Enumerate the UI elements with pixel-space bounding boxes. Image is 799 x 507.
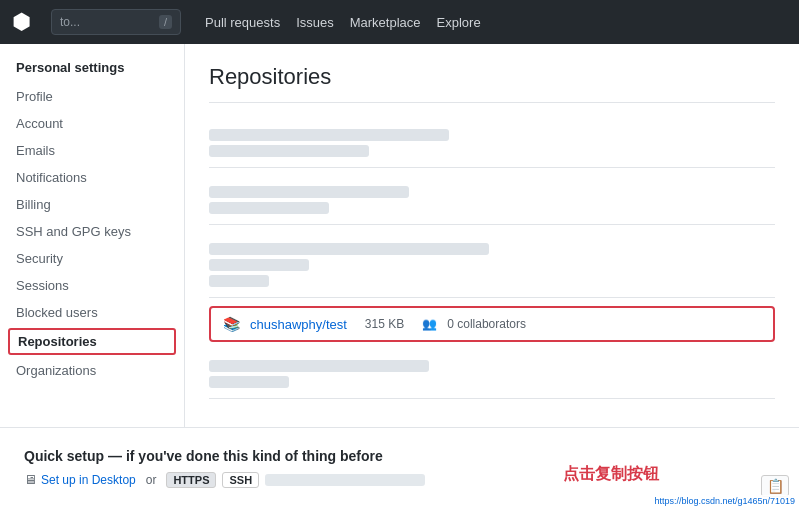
sidebar-title: Personal settings [0,60,184,83]
repo-row-blurred-1 [209,119,775,168]
repo-row-blurred-3 [209,233,775,298]
sidebar-item-emails[interactable]: Emails [0,137,184,164]
collaborators-count: 0 collaborators [447,317,526,331]
quick-setup-row: 🖥 Set up in Desktop or HTTPS SSH [24,472,425,488]
https-button[interactable]: HTTPS [166,472,216,488]
sidebar-item-security[interactable]: Security [0,245,184,272]
sidebar-item-ssh-gpg[interactable]: SSH and GPG keys [0,218,184,245]
blur-text-2 [209,145,369,157]
sidebar-item-blocked-users[interactable]: Blocked users [0,299,184,326]
sidebar-item-sessions[interactable]: Sessions [0,272,184,299]
setup-desktop-group: 🖥 Set up in Desktop [24,472,136,487]
repo-name[interactable]: chushawphy/test [250,317,347,332]
github-logo: ⬢ [12,9,31,35]
nav-pull-requests[interactable]: Pull requests [205,15,280,30]
desktop-icon: 🖥 [24,472,37,487]
page-title: Repositories [209,64,775,103]
setup-desktop-label[interactable]: Set up in Desktop [41,473,136,487]
nav-links: Pull requests Issues Marketplace Explore [205,15,481,30]
nav-explore[interactable]: Explore [437,15,481,30]
top-navigation: ⬢ to... / Pull requests Issues Marketpla… [0,0,799,44]
url-bar: https://blog.csdn.net/g1465n/71019 [650,495,799,507]
blur-text-9 [209,376,289,388]
repo-book-icon: 📚 [223,316,240,332]
nav-marketplace[interactable]: Marketplace [350,15,421,30]
copy-button[interactable]: 📋 [761,475,789,497]
content-area: Repositories 📚 chushawphy/test [185,44,799,427]
blur-text-6 [209,259,309,271]
repo-row-blurred-5 [209,350,775,399]
blur-text-7 [209,275,269,287]
search-bar[interactable]: to... / [51,9,181,35]
sidebar-item-account[interactable]: Account [0,110,184,137]
annotation-label: 点击复制按钮 [563,464,659,485]
collaborators-icon: 👥 [422,317,437,331]
or-label: or [146,473,157,487]
sidebar-item-notifications[interactable]: Notifications [0,164,184,191]
repo-row-highlighted[interactable]: 📚 chushawphy/test 315 KB 👥 0 collaborato… [209,306,775,342]
quick-setup-panel: Quick setup — if you've done this kind o… [0,427,799,507]
main-container: Personal settings Profile Account Emails… [0,44,799,427]
sidebar-item-organizations[interactable]: Organizations [0,357,184,384]
search-text: to... [60,15,80,29]
blur-text-4 [209,202,329,214]
repo-size: 315 KB [365,317,404,331]
repository-list: 📚 chushawphy/test 315 KB 👥 0 collaborato… [209,119,775,399]
repo-row-blurred-2 [209,176,775,225]
url-blur [265,474,425,486]
sidebar: Personal settings Profile Account Emails… [0,44,185,427]
sidebar-item-profile[interactable]: Profile [0,83,184,110]
blur-text-1 [209,129,449,141]
quick-setup-title: Quick setup — if you've done this kind o… [24,448,425,464]
sidebar-item-billing[interactable]: Billing [0,191,184,218]
sidebar-item-repositories[interactable]: Repositories [8,328,176,355]
blur-text-8 [209,360,429,372]
copy-icon: 📋 [767,478,784,494]
blur-text-3 [209,186,409,198]
quick-setup-left: Quick setup — if you've done this kind o… [24,448,425,488]
blur-text-5 [209,243,489,255]
search-kbd: / [159,15,172,29]
ssh-button[interactable]: SSH [222,472,259,488]
nav-issues[interactable]: Issues [296,15,334,30]
